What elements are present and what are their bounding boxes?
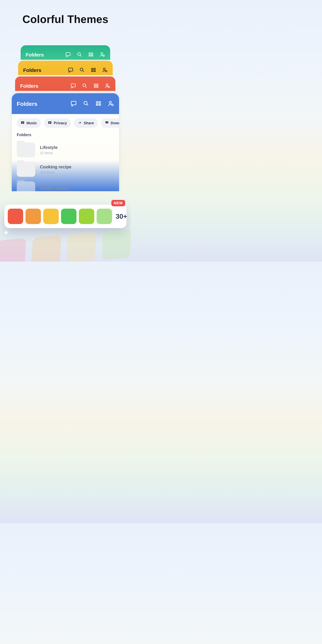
svg-point-1 (78, 53, 80, 56)
chip-label: Downloade (111, 121, 119, 125)
search-icon[interactable] (77, 52, 82, 58)
svg-rect-29 (99, 104, 100, 105)
svg-point-7 (103, 55, 104, 56)
search-icon[interactable] (83, 100, 89, 107)
svg-point-30 (109, 101, 112, 104)
svg-point-17 (83, 84, 86, 87)
svg-rect-26 (96, 102, 98, 103)
svg-point-23 (108, 86, 110, 88)
download-icon (105, 121, 109, 126)
color-swatch[interactable] (43, 209, 59, 224)
music-folder-icon (21, 121, 24, 126)
folder-name: Lifestyle (40, 145, 58, 150)
search-icon[interactable] (79, 67, 85, 74)
card-content: Music Privacy Share Downloade Folders (12, 114, 119, 191)
chip-label: Share (84, 121, 94, 125)
share-icon (78, 121, 82, 126)
svg-rect-8 (68, 68, 73, 71)
chip-label: Music (26, 121, 37, 125)
svg-rect-0 (66, 53, 70, 56)
svg-rect-11 (94, 68, 96, 70)
folder-row[interactable]: Lifestyle 12 Items (17, 140, 119, 160)
chip-label: Privacy (54, 121, 67, 125)
color-swatch[interactable] (79, 209, 94, 224)
svg-rect-19 (96, 84, 98, 86)
theme-card-green: Folders (21, 45, 110, 60)
svg-rect-24 (71, 101, 76, 105)
svg-rect-18 (94, 84, 96, 86)
svg-rect-32 (50, 122, 50, 123)
color-swatch[interactable] (61, 209, 76, 224)
folder-icon (17, 162, 35, 177)
new-badge: NEW (111, 200, 125, 206)
user-account-icon[interactable] (102, 67, 108, 74)
folder-count: 129 Items (40, 170, 72, 174)
chip-download[interactable]: Downloade (101, 118, 119, 128)
header-title: Folders (20, 83, 38, 89)
user-account-icon[interactable] (105, 83, 110, 89)
folder-row[interactable]: Cooking recipe 129 Items (17, 160, 119, 179)
theme-card-stack: Folders Folders Folders (12, 45, 119, 196)
svg-rect-4 (89, 55, 90, 56)
search-icon[interactable] (82, 83, 88, 89)
svg-rect-3 (92, 53, 93, 54)
svg-rect-27 (99, 102, 100, 103)
svg-rect-21 (96, 86, 98, 88)
cast-icon[interactable] (70, 100, 77, 107)
header-title: Folders (17, 100, 38, 107)
svg-rect-28 (96, 104, 98, 105)
theme-card-blue: Folders Music Privacy Sh (12, 93, 119, 191)
color-swatch[interactable] (26, 209, 41, 224)
color-swatch[interactable] (8, 209, 23, 224)
user-account-icon[interactable] (100, 52, 105, 58)
more-themes-count[interactable]: 30+ (116, 213, 127, 220)
chip-row: Music Privacy Share Downloade (17, 118, 119, 128)
folder-icon (17, 142, 35, 157)
cast-icon[interactable] (68, 67, 74, 74)
sparkle-icon: ✦ (3, 229, 9, 236)
svg-point-9 (80, 68, 83, 71)
svg-point-25 (84, 101, 87, 104)
svg-rect-2 (89, 53, 90, 54)
theme-card-red: Folders (15, 76, 116, 91)
color-swatch[interactable] (96, 209, 112, 224)
svg-rect-33 (106, 122, 108, 124)
folder-count: 12 Items (40, 151, 58, 155)
grid-view-icon[interactable] (93, 83, 99, 89)
svg-point-6 (101, 53, 103, 54)
grid-view-icon[interactable] (95, 100, 102, 107)
cast-icon[interactable] (65, 52, 71, 58)
svg-point-15 (106, 70, 107, 72)
svg-rect-10 (92, 68, 93, 70)
folder-name: Cooking recipe (40, 164, 72, 170)
folder-name: Family Videos (40, 186, 69, 191)
chip-music[interactable]: Music (17, 118, 41, 128)
user-account-icon[interactable] (108, 100, 114, 107)
page-title: Colorful Themes (0, 13, 131, 26)
svg-rect-12 (92, 70, 93, 72)
lock-folder-icon (48, 121, 52, 126)
chip-share[interactable]: Share (74, 118, 98, 128)
folder-icon (17, 182, 35, 196)
chip-privacy[interactable]: Privacy (44, 118, 71, 128)
folder-row[interactable]: Family Videos (17, 179, 119, 198)
svg-rect-5 (92, 55, 93, 56)
cast-icon[interactable] (70, 83, 76, 89)
svg-rect-13 (94, 70, 96, 72)
theme-palette-bar: NEW 30+ (4, 204, 126, 228)
header-title: Folders (23, 68, 41, 73)
svg-rect-16 (71, 84, 76, 87)
svg-point-22 (106, 84, 108, 86)
grid-view-icon[interactable] (90, 67, 96, 74)
grid-view-icon[interactable] (88, 52, 94, 58)
svg-point-14 (104, 68, 105, 70)
svg-rect-20 (94, 86, 96, 88)
header-title: Folders (26, 52, 44, 58)
section-label: Folders (17, 132, 119, 137)
background-tiles (0, 228, 131, 262)
theme-card-yellow: Folders (18, 61, 113, 75)
svg-point-31 (112, 104, 113, 106)
